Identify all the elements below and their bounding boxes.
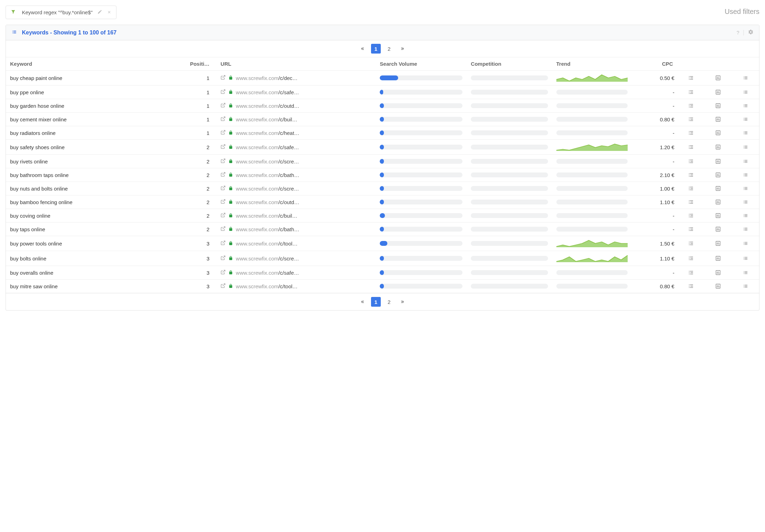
cell-keyword[interactable]: buy bolts online — [6, 251, 165, 266]
cell-url[interactable]: www.screwfix.com/c/bath… — [216, 223, 376, 236]
row-action-details[interactable] — [677, 99, 704, 113]
row-action-chart[interactable] — [704, 86, 732, 99]
external-link-icon[interactable] — [220, 185, 226, 192]
row-action-chart[interactable] — [704, 223, 732, 236]
cell-keyword[interactable]: buy cement mixer online — [6, 113, 165, 126]
col-header-position[interactable]: Positi… — [169, 61, 209, 67]
row-action-chart[interactable] — [704, 113, 732, 126]
pagination-prev[interactable] — [358, 44, 368, 54]
row-action-list[interactable] — [732, 99, 759, 113]
cell-url[interactable]: www.screwfix.com/c/scre… — [216, 155, 376, 168]
external-link-icon[interactable] — [220, 144, 226, 150]
cell-url[interactable]: www.screwfix.com/c/buil… — [216, 209, 376, 223]
cell-keyword[interactable]: buy radiators online — [6, 126, 165, 140]
cell-keyword[interactable]: buy safety shoes online — [6, 140, 165, 155]
cell-url[interactable]: www.screwfix.com/c/safe… — [216, 86, 376, 99]
cell-keyword[interactable]: buy cheap paint online — [6, 71, 165, 86]
external-link-icon[interactable] — [220, 283, 226, 289]
external-link-icon[interactable] — [220, 199, 226, 205]
cell-url[interactable]: www.screwfix.com/c/safe… — [216, 266, 376, 280]
filter-chip[interactable]: Keyword regex "^buy.*online$" — [6, 6, 116, 19]
cell-keyword[interactable]: buy mitre saw online — [6, 280, 165, 293]
row-action-details[interactable] — [677, 113, 704, 126]
cell-keyword[interactable]: buy ppe online — [6, 86, 165, 99]
used-filters-link[interactable]: Used filters — [725, 6, 759, 16]
row-action-details[interactable] — [677, 182, 704, 195]
cell-keyword[interactable]: buy power tools online — [6, 236, 165, 251]
row-action-details[interactable] — [677, 195, 704, 209]
row-action-details[interactable] — [677, 126, 704, 140]
external-link-icon[interactable] — [220, 212, 226, 219]
external-link-icon[interactable] — [220, 130, 226, 136]
external-link-icon[interactable] — [220, 240, 226, 247]
cell-keyword[interactable]: buy taps online — [6, 223, 165, 236]
row-action-list[interactable] — [732, 209, 759, 223]
row-action-chart[interactable] — [704, 209, 732, 223]
row-action-chart[interactable] — [704, 266, 732, 280]
cell-keyword[interactable]: buy nuts and bolts online — [6, 182, 165, 195]
external-link-icon[interactable] — [220, 172, 226, 178]
row-action-list[interactable] — [732, 280, 759, 293]
row-action-list[interactable] — [732, 223, 759, 236]
row-action-details[interactable] — [677, 209, 704, 223]
external-link-icon[interactable] — [220, 255, 226, 261]
cell-url[interactable]: www.screwfix.com/c/bath… — [216, 168, 376, 182]
external-link-icon[interactable] — [220, 116, 226, 122]
external-link-icon[interactable] — [220, 226, 226, 232]
help-icon[interactable]: ? — [736, 30, 739, 35]
row-action-details[interactable] — [677, 280, 704, 293]
pagination-prev[interactable] — [358, 297, 368, 307]
pagination-page[interactable]: 1 — [371, 297, 381, 307]
row-action-list[interactable] — [732, 195, 759, 209]
row-action-chart[interactable] — [704, 168, 732, 182]
row-action-details[interactable] — [677, 223, 704, 236]
cell-url[interactable]: www.screwfix.com/c/scre… — [216, 251, 376, 266]
gear-icon[interactable] — [748, 29, 754, 36]
row-action-details[interactable] — [677, 86, 704, 99]
col-header-search-volume[interactable]: Search Volume — [380, 61, 462, 67]
external-link-icon[interactable] — [220, 75, 226, 81]
cell-url[interactable]: www.screwfix.com/c/scre… — [216, 182, 376, 195]
cell-keyword[interactable]: buy bamboo fencing online — [6, 195, 165, 209]
col-header-keyword[interactable]: Keyword — [10, 61, 161, 67]
close-icon[interactable] — [107, 9, 111, 15]
row-action-list[interactable] — [732, 182, 759, 195]
row-action-details[interactable] — [677, 168, 704, 182]
row-action-list[interactable] — [732, 168, 759, 182]
cell-keyword[interactable]: buy coving online — [6, 209, 165, 223]
cell-keyword[interactable]: buy overalls online — [6, 266, 165, 280]
row-action-list[interactable] — [732, 86, 759, 99]
cell-url[interactable]: www.screwfix.com/c/heat… — [216, 126, 376, 140]
row-action-chart[interactable] — [704, 126, 732, 140]
row-action-list[interactable] — [732, 71, 759, 86]
pagination-next[interactable] — [397, 297, 407, 307]
cell-url[interactable]: www.screwfix.com/c/dec… — [216, 71, 376, 86]
row-action-chart[interactable] — [704, 71, 732, 86]
row-action-details[interactable] — [677, 71, 704, 86]
external-link-icon[interactable] — [220, 89, 226, 95]
cell-url[interactable]: www.screwfix.com/c/buil… — [216, 113, 376, 126]
row-action-chart[interactable] — [704, 251, 732, 266]
row-action-details[interactable] — [677, 251, 704, 266]
cell-url[interactable]: www.screwfix.com/c/safe… — [216, 140, 376, 155]
external-link-icon[interactable] — [220, 269, 226, 276]
pagination-page[interactable]: 1 — [371, 44, 381, 54]
row-action-chart[interactable] — [704, 195, 732, 209]
cell-url[interactable]: www.screwfix.com/c/tool… — [216, 280, 376, 293]
cell-url[interactable]: www.screwfix.com/c/outd… — [216, 195, 376, 209]
row-action-chart[interactable] — [704, 280, 732, 293]
col-header-cpc[interactable]: CPC — [636, 61, 673, 67]
row-action-list[interactable] — [732, 140, 759, 155]
row-action-details[interactable] — [677, 266, 704, 280]
cell-keyword[interactable]: buy rivets online — [6, 155, 165, 168]
row-action-chart[interactable] — [704, 155, 732, 168]
row-action-list[interactable] — [732, 126, 759, 140]
pagination-page[interactable]: 2 — [384, 44, 394, 54]
row-action-details[interactable] — [677, 155, 704, 168]
pagination-page[interactable]: 2 — [384, 297, 394, 307]
row-action-chart[interactable] — [704, 140, 732, 155]
external-link-icon[interactable] — [220, 158, 226, 164]
row-action-list[interactable] — [732, 155, 759, 168]
row-action-details[interactable] — [677, 140, 704, 155]
row-action-chart[interactable] — [704, 182, 732, 195]
